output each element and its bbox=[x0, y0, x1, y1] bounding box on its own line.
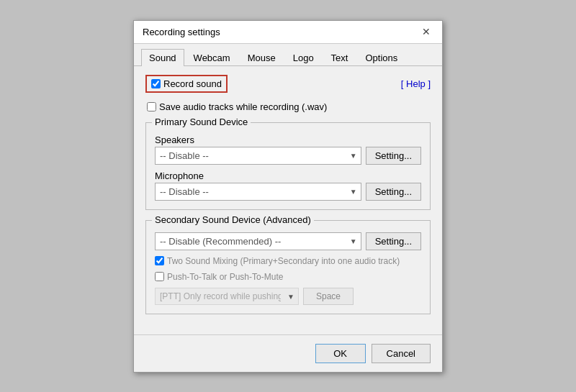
tab-text[interactable]: Text bbox=[323, 49, 356, 66]
save-audio-row: Save audio tracks while recording (.wav) bbox=[147, 101, 431, 112]
help-link[interactable]: [ Help ] bbox=[401, 78, 431, 89]
secondary-section-label: Secondary Sound Device (Advanced) bbox=[152, 214, 314, 225]
tab-sound[interactable]: Sound bbox=[141, 49, 184, 66]
speakers-dropdown-wrap: -- Disable -- ▼ bbox=[155, 147, 361, 165]
tab-bar: Sound Webcam Mouse Logo Text Options bbox=[134, 44, 442, 66]
secondary-sound-section: Secondary Sound Device (Advanced) -- Dis… bbox=[145, 220, 431, 314]
tab-webcam[interactable]: Webcam bbox=[186, 49, 238, 66]
microphone-group: Microphone -- Disable -- ▼ Setting... bbox=[155, 170, 421, 201]
cancel-button[interactable]: Cancel bbox=[372, 344, 431, 363]
speakers-label: Speakers bbox=[155, 135, 421, 145]
secondary-fields: -- Disable (Recommended) -- ▼ Setting...… bbox=[155, 232, 421, 305]
recording-settings-dialog: Recording settings ✕ Sound Webcam Mouse … bbox=[133, 20, 443, 373]
ptt-dropdown-wrap: [PTT] Only record while pushing ▼ bbox=[155, 288, 299, 305]
primary-section-label: Primary Sound Device bbox=[152, 117, 251, 127]
record-sound-checkbox-box: Record sound bbox=[145, 75, 228, 93]
secondary-device-row: -- Disable (Recommended) -- ▼ Setting... bbox=[155, 232, 421, 250]
microphone-setting-button[interactable]: Setting... bbox=[366, 183, 421, 201]
microphone-dropdown-wrap: -- Disable -- ▼ bbox=[155, 183, 361, 201]
dialog-footer: OK Cancel bbox=[134, 334, 442, 372]
speakers-select[interactable]: -- Disable -- bbox=[155, 147, 361, 165]
tab-mouse[interactable]: Mouse bbox=[240, 49, 284, 66]
speakers-group: Speakers -- Disable -- ▼ Setting... bbox=[155, 135, 421, 165]
secondary-select[interactable]: -- Disable (Recommended) -- bbox=[155, 232, 361, 250]
ptt-key-display: Space bbox=[303, 288, 354, 305]
ptt-options-row: [PTT] Only record while pushing ▼ Space bbox=[155, 288, 421, 305]
tab-options[interactable]: Options bbox=[357, 49, 405, 66]
ptt-mode-select[interactable]: [PTT] Only record while pushing bbox=[155, 288, 299, 305]
two-sound-mixing-row: Two Sound Mixing (Primary+Secondary into… bbox=[155, 256, 421, 266]
title-bar: Recording settings ✕ bbox=[134, 21, 442, 44]
push-to-talk-label[interactable]: Push-To-Talk or Push-To-Mute bbox=[167, 272, 283, 282]
secondary-dropdown-wrap: -- Disable (Recommended) -- ▼ bbox=[155, 232, 361, 250]
save-audio-label[interactable]: Save audio tracks while recording (.wav) bbox=[159, 101, 327, 112]
secondary-setting-button[interactable]: Setting... bbox=[366, 232, 421, 250]
microphone-label: Microphone bbox=[155, 170, 421, 181]
two-sound-mixing-checkbox[interactable] bbox=[155, 256, 164, 265]
tab-logo[interactable]: Logo bbox=[285, 49, 322, 66]
record-sound-label[interactable]: Record sound bbox=[163, 78, 222, 89]
two-sound-mixing-label[interactable]: Two Sound Mixing (Primary+Secondary into… bbox=[167, 256, 400, 266]
microphone-row: -- Disable -- ▼ Setting... bbox=[155, 183, 421, 201]
tab-content: Record sound [ Help ] Save audio tracks … bbox=[134, 66, 442, 334]
push-to-talk-checkbox[interactable] bbox=[155, 272, 164, 281]
record-sound-row: Record sound [ Help ] bbox=[145, 75, 431, 93]
ok-button[interactable]: OK bbox=[315, 344, 366, 363]
speakers-setting-button[interactable]: Setting... bbox=[366, 147, 421, 165]
dialog-title: Recording settings bbox=[143, 27, 220, 37]
primary-sound-section: Primary Sound Device Speakers -- Disable… bbox=[145, 122, 431, 210]
save-audio-checkbox[interactable] bbox=[147, 102, 156, 111]
close-button[interactable]: ✕ bbox=[419, 27, 433, 37]
primary-fields: Speakers -- Disable -- ▼ Setting... Micr… bbox=[155, 135, 421, 201]
record-sound-checkbox[interactable] bbox=[151, 79, 161, 88]
push-to-talk-row: Push-To-Talk or Push-To-Mute bbox=[155, 272, 421, 282]
speakers-row: -- Disable -- ▼ Setting... bbox=[155, 147, 421, 165]
microphone-select[interactable]: -- Disable -- bbox=[155, 183, 361, 201]
